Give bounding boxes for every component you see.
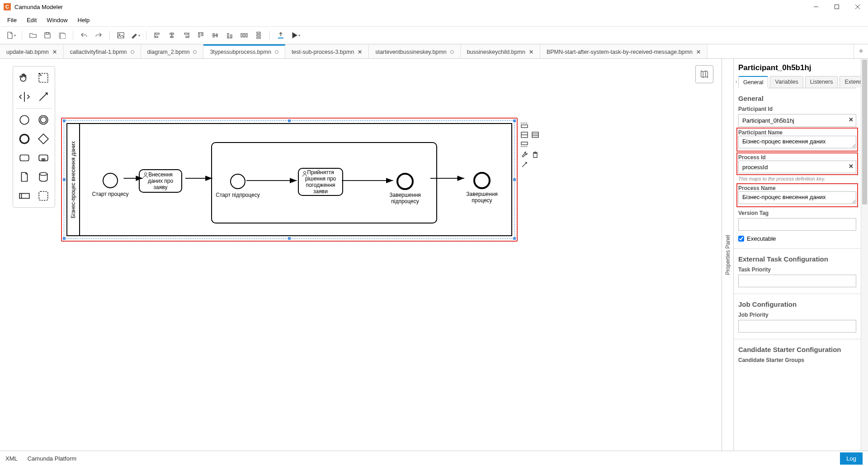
- ctx-connect-icon[interactable]: [520, 160, 529, 169]
- redo-button[interactable]: [92, 29, 105, 42]
- tab-3typessubprocess[interactable]: 3typessubprocess.bpmn: [203, 44, 285, 58]
- ctx-lane-below-icon[interactable]: [520, 140, 529, 149]
- ptab-general[interactable]: General: [738, 76, 768, 88]
- svg-rect-17: [198, 33, 200, 37]
- svg-rect-4: [46, 33, 49, 34]
- subprocess-tool[interactable]: [35, 149, 52, 166]
- ctx-wrench-icon[interactable]: [520, 150, 529, 159]
- participant-id-input[interactable]: [738, 114, 856, 127]
- svg-point-47: [144, 173, 146, 175]
- new-file-button[interactable]: ▾: [5, 29, 17, 42]
- close-icon[interactable]: ✕: [696, 49, 701, 55]
- end-event[interactable]: [473, 172, 491, 189]
- menu-file[interactable]: File: [3, 15, 21, 25]
- properties-scrollbar[interactable]: [861, 59, 868, 451]
- clear-icon[interactable]: ✕: [849, 116, 854, 123]
- save-button[interactable]: [41, 29, 54, 42]
- ctx-split-two-icon[interactable]: [520, 130, 529, 139]
- save-as-button[interactable]: [56, 29, 68, 42]
- tab-callactivityfinal[interactable]: callactivityfinal-1.bpmn: [64, 44, 141, 58]
- lasso-tool[interactable]: [35, 69, 52, 86]
- close-icon[interactable]: ✕: [52, 49, 57, 55]
- tabs-scroll-right[interactable]: ›: [856, 79, 858, 84]
- process-id-input[interactable]: [738, 161, 856, 173]
- version-tag-input[interactable]: [738, 218, 856, 231]
- undo-button[interactable]: [78, 29, 90, 42]
- align-center-h-button[interactable]: [165, 29, 178, 42]
- ptab-listeners[interactable]: Listeners: [805, 76, 838, 88]
- sub-start-event[interactable]: [230, 174, 245, 189]
- connect-tool[interactable]: [35, 88, 52, 105]
- align-left-button[interactable]: [151, 29, 164, 42]
- distribute-h-button[interactable]: [238, 29, 250, 42]
- space-tool[interactable]: [16, 88, 33, 105]
- run-button[interactable]: ▾: [289, 29, 302, 42]
- open-button[interactable]: [27, 29, 39, 42]
- task-enter-data[interactable]: Внесення даних про заяву: [139, 169, 182, 193]
- tab-starteventbussineskey[interactable]: starteventbussineskey.bpmn: [369, 44, 461, 58]
- ctx-lane-above-icon[interactable]: [520, 120, 529, 129]
- tabs-scroll-left[interactable]: ‹: [736, 79, 737, 84]
- align-right-button[interactable]: [180, 29, 193, 42]
- gateway-tool[interactable]: [35, 130, 52, 147]
- data-store-tool[interactable]: [35, 168, 52, 185]
- align-center-v-button[interactable]: [209, 29, 222, 42]
- maximize-button[interactable]: [826, 0, 847, 14]
- tab-update-lab[interactable]: update-lab.bpmn✕: [0, 44, 64, 58]
- job-priority-input[interactable]: [738, 320, 856, 333]
- minimize-button[interactable]: [806, 0, 826, 14]
- svg-rect-8: [156, 33, 159, 34]
- close-icon[interactable]: ✕: [358, 49, 362, 55]
- sub-end-event[interactable]: [396, 173, 414, 190]
- tab-bpmnstart[interactable]: BPMN-start-after-system-task-by-received…: [540, 44, 708, 58]
- properties-panel-handle[interactable]: Properties Panel: [722, 59, 733, 451]
- deploy-button[interactable]: [274, 29, 287, 42]
- align-bottom-button[interactable]: [223, 29, 236, 42]
- ptab-variables[interactable]: Variables: [770, 76, 803, 88]
- pool-tool[interactable]: [16, 187, 33, 204]
- tab-bussineskeychild[interactable]: bussineskeychild.bpmn✕: [461, 44, 540, 58]
- task-approve[interactable]: Прийняття рішення про погодження заяви: [298, 168, 343, 196]
- color-button[interactable]: ▾: [129, 29, 142, 42]
- tab-diagram2[interactable]: diagram_2.bpmn: [141, 44, 204, 58]
- menu-window[interactable]: Window: [42, 15, 72, 25]
- app-icon: C: [4, 3, 11, 10]
- diagram-canvas[interactable]: Бізнес-процес внесення даних Старт проце…: [0, 59, 722, 451]
- participant-name-input[interactable]: Бізнес-процес внесення даних: [738, 136, 856, 148]
- task-tool[interactable]: [16, 149, 33, 166]
- clear-icon[interactable]: ✕: [849, 163, 854, 170]
- menu-edit[interactable]: Edit: [22, 15, 41, 25]
- tab-testsubprocess3[interactable]: test-sub-process-3.bpmn✕: [285, 44, 369, 58]
- sub-end-label: Завершення підпроцесу: [385, 192, 425, 204]
- close-window-button[interactable]: [847, 0, 868, 14]
- executable-checkbox[interactable]: Executable: [738, 235, 856, 242]
- task-priority-input[interactable]: [738, 275, 856, 287]
- ctx-delete-icon[interactable]: [531, 150, 540, 159]
- end-event-tool[interactable]: [16, 130, 33, 147]
- svg-rect-28: [257, 32, 260, 33]
- process-name-input[interactable]: Бізнес-процес внесення даних: [738, 191, 856, 204]
- start-event-tool[interactable]: [16, 111, 33, 128]
- ctx-split-three-icon[interactable]: [531, 130, 540, 139]
- svg-rect-46: [39, 191, 48, 200]
- distribute-v-button[interactable]: [252, 29, 265, 42]
- svg-rect-61: [521, 142, 528, 145]
- new-tab-button[interactable]: +: [854, 44, 868, 58]
- start-event[interactable]: [103, 173, 118, 188]
- executable-checkbox-input[interactable]: [738, 236, 744, 242]
- align-top-button[interactable]: [194, 29, 207, 42]
- close-icon[interactable]: ✕: [529, 49, 533, 55]
- svg-rect-5: [118, 33, 124, 38]
- intermediate-event-tool[interactable]: [35, 111, 52, 128]
- minimap-toggle[interactable]: [695, 65, 713, 83]
- log-button[interactable]: Log: [840, 452, 863, 465]
- image-export-button[interactable]: [114, 29, 127, 42]
- data-object-tool[interactable]: [16, 168, 33, 185]
- status-xml[interactable]: XML: [5, 455, 18, 462]
- bpmn-pool[interactable]: Бізнес-процес внесення даних Старт проце…: [66, 123, 512, 236]
- group-tool[interactable]: [35, 187, 52, 204]
- menu-help[interactable]: Help: [73, 15, 94, 25]
- hand-tool[interactable]: [16, 69, 33, 86]
- subprocess[interactable]: Старт підпроцесу Прийняття рішення про п…: [211, 142, 437, 223]
- status-platform[interactable]: Camunda Platform: [28, 455, 76, 462]
